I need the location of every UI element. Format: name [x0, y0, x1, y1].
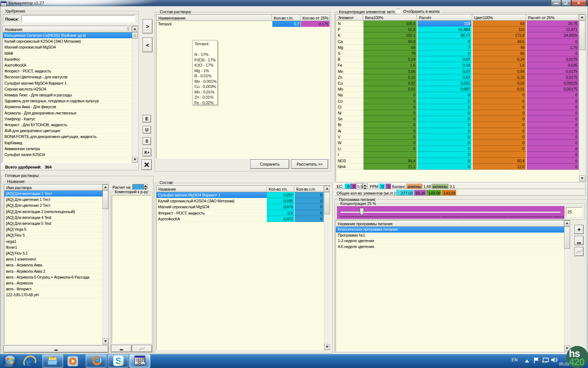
svg-text:420: 420	[569, 357, 584, 368]
